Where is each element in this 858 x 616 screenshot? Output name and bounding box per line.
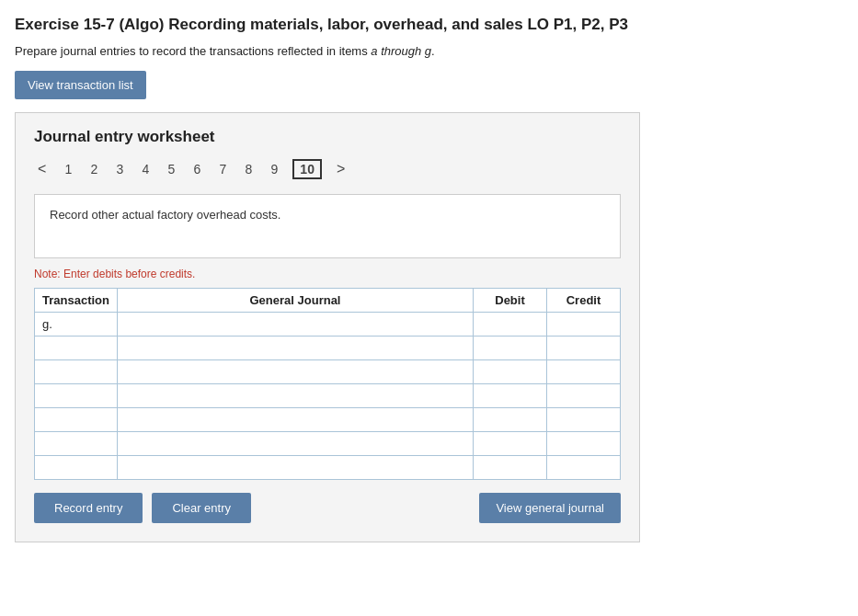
credit-input[interactable] xyxy=(547,384,620,407)
journal-input[interactable] xyxy=(118,337,473,359)
credit-cell[interactable] xyxy=(547,456,621,480)
credit-input[interactable] xyxy=(547,337,620,359)
credit-cell[interactable] xyxy=(547,384,621,408)
subtitle: Prepare journal entries to record the tr… xyxy=(15,44,843,58)
credit-input[interactable] xyxy=(547,313,620,336)
page-num-2[interactable]: 2 xyxy=(86,162,101,177)
debit-input[interactable] xyxy=(474,313,546,336)
table-row xyxy=(35,384,621,408)
header-transaction: Transaction xyxy=(35,289,118,313)
clear-entry-button[interactable]: Clear entry xyxy=(152,493,251,523)
journal-cell[interactable] xyxy=(118,408,474,432)
transaction-cell xyxy=(35,456,118,480)
worksheet-title: Journal entry worksheet xyxy=(34,128,621,146)
credit-input[interactable] xyxy=(547,432,620,455)
note-text: Note: Enter debits before credits. xyxy=(34,268,621,280)
credit-cell[interactable] xyxy=(547,432,621,456)
page-num-10[interactable]: 10 xyxy=(292,159,322,179)
debit-cell[interactable] xyxy=(474,313,547,337)
page-num-1[interactable]: 1 xyxy=(61,162,75,177)
page-num-3[interactable]: 3 xyxy=(112,162,127,177)
page-num-7[interactable]: 7 xyxy=(215,162,230,177)
instruction-box: Record other actual factory overhead cos… xyxy=(34,194,621,258)
table-row xyxy=(35,432,621,456)
journal-cell[interactable] xyxy=(118,432,474,456)
journal-cell[interactable] xyxy=(118,337,474,360)
transaction-cell xyxy=(35,337,118,360)
subtitle-range: a through g xyxy=(371,44,431,58)
debit-input[interactable] xyxy=(474,384,546,407)
debit-input[interactable] xyxy=(474,432,546,455)
pagination: < 1 2 3 4 5 6 7 8 9 10 > xyxy=(34,159,621,179)
view-transaction-button[interactable]: View transaction list xyxy=(15,71,146,99)
transaction-cell xyxy=(35,360,118,384)
debit-cell[interactable] xyxy=(474,337,547,360)
credit-input[interactable] xyxy=(547,456,620,479)
debit-cell[interactable] xyxy=(474,384,547,408)
table-row xyxy=(35,337,621,360)
page-num-4[interactable]: 4 xyxy=(138,162,153,177)
debit-cell[interactable] xyxy=(474,360,547,384)
transaction-cell: g. xyxy=(35,313,118,337)
header-credit: Credit xyxy=(547,289,621,313)
table-row xyxy=(35,408,621,432)
subtitle-suffix: . xyxy=(431,44,435,58)
table-row: g. xyxy=(35,313,621,337)
journal-cell[interactable] xyxy=(118,313,474,337)
journal-input[interactable] xyxy=(118,360,473,383)
credit-cell[interactable] xyxy=(547,408,621,432)
page-num-6[interactable]: 6 xyxy=(189,162,204,177)
transaction-cell xyxy=(35,432,118,456)
transaction-cell xyxy=(35,384,118,408)
page-num-9[interactable]: 9 xyxy=(267,162,281,177)
journal-table: Transaction General Journal Debit Credit… xyxy=(34,288,621,480)
credit-cell[interactable] xyxy=(547,337,621,360)
debit-input[interactable] xyxy=(474,456,546,479)
journal-cell[interactable] xyxy=(118,360,474,384)
credit-input[interactable] xyxy=(547,360,620,383)
prev-page-button[interactable]: < xyxy=(34,159,50,179)
debit-cell[interactable] xyxy=(474,432,547,456)
header-debit: Debit xyxy=(474,289,547,313)
debit-input[interactable] xyxy=(474,360,546,383)
journal-cell[interactable] xyxy=(118,456,474,480)
journal-cell[interactable] xyxy=(118,384,474,408)
view-general-journal-button[interactable]: View general journal xyxy=(479,493,621,523)
credit-cell[interactable] xyxy=(547,313,621,337)
debit-cell[interactable] xyxy=(474,456,547,480)
debit-input[interactable] xyxy=(474,408,546,431)
page-num-5[interactable]: 5 xyxy=(164,162,178,177)
credit-cell[interactable] xyxy=(547,360,621,384)
transaction-cell xyxy=(35,408,118,432)
debit-input[interactable] xyxy=(474,337,546,359)
journal-input[interactable] xyxy=(118,408,473,431)
journal-input[interactable] xyxy=(118,432,473,455)
table-row xyxy=(35,360,621,384)
journal-input[interactable] xyxy=(118,456,473,479)
credit-input[interactable] xyxy=(547,408,620,431)
page-num-8[interactable]: 8 xyxy=(241,162,256,177)
journal-input[interactable] xyxy=(118,313,473,336)
debit-cell[interactable] xyxy=(474,408,547,432)
bottom-buttons: Record entry Clear entry View general jo… xyxy=(34,493,621,523)
journal-input[interactable] xyxy=(118,384,473,407)
subtitle-prefix: Prepare journal entries to record the tr… xyxy=(15,44,371,58)
header-general-journal: General Journal xyxy=(118,289,474,313)
next-page-button[interactable]: > xyxy=(333,159,349,179)
record-entry-button[interactable]: Record entry xyxy=(34,493,143,523)
worksheet-container: Journal entry worksheet < 1 2 3 4 5 6 7 … xyxy=(15,112,640,542)
page-title: Exercise 15-7 (Algo) Recording materials… xyxy=(15,15,843,35)
table-row xyxy=(35,456,621,480)
